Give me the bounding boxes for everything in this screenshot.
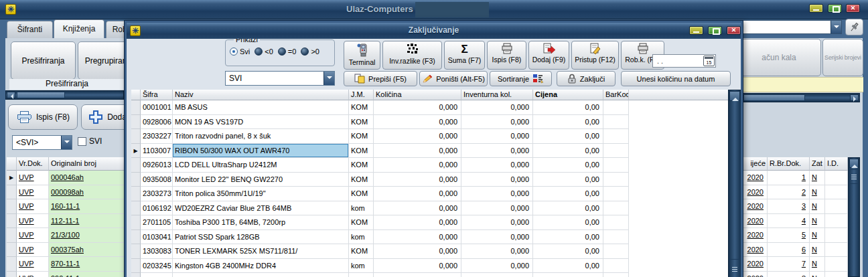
cell-cijena[interactable]: 0,00: [533, 158, 603, 173]
cell-inventurna[interactable]: 0,000: [461, 144, 533, 159]
row-marker[interactable]: ▶: [131, 144, 141, 159]
cell-inventurna[interactable]: 0,000: [461, 129, 533, 144]
sortiranje-button[interactable]: Sortiranje: [490, 71, 552, 86]
cell-rbrdok[interactable]: 5: [768, 228, 810, 243]
cell-naziv[interactable]: RIBON 50/300 WAX OUT AWR470: [173, 144, 349, 159]
cell-naziv[interactable]: Toshiba P300 1TB, 64MB, 7200rp: [173, 215, 349, 230]
inventory-table-scrollbar[interactable]: [728, 90, 741, 277]
cell-naziv[interactable]: Triton polica 350mm/1U/19": [173, 187, 349, 201]
cell-kolicina[interactable]: 0,000: [374, 144, 461, 159]
cell-vrdok[interactable]: UVP: [17, 257, 49, 272]
cell-jm[interactable]: KOM: [349, 215, 374, 230]
cell-zat[interactable]: N: [810, 214, 825, 229]
cell-barkod[interactable]: [603, 100, 629, 115]
cell-vrdok[interactable]: UVP: [17, 214, 49, 229]
row-marker[interactable]: [131, 158, 141, 173]
cell-inventurna[interactable]: 0,000: [461, 173, 533, 187]
cell-cijena[interactable]: 0,00: [533, 230, 603, 245]
radio-icon[interactable]: [301, 48, 309, 56]
cell-zat[interactable]: N: [810, 228, 825, 243]
row-marker[interactable]: [131, 173, 141, 187]
header-inventurna[interactable]: Inventurna kol.: [461, 90, 533, 100]
cell-barkod[interactable]: [603, 244, 629, 259]
cell-kolicina[interactable]: 0,000: [374, 129, 461, 144]
cell-naziv[interactable]: LCD DELL UltraSharp U2412M: [173, 158, 349, 173]
cell-barkod[interactable]: [603, 215, 629, 230]
cell-barkod[interactable]: [603, 230, 629, 245]
cell-barkod[interactable]: [603, 129, 629, 144]
cell-jm[interactable]: kom: [349, 259, 374, 274]
cell-jm[interactable]: KOM: [349, 144, 374, 159]
cell-kolicina[interactable]: 0,000: [374, 100, 461, 115]
scrollbar-thumb[interactable]: [743, 94, 805, 101]
cell-zat[interactable]: N: [810, 272, 825, 277]
cell-cijena[interactable]: 0,00: [533, 173, 603, 187]
cell-barkod[interactable]: [603, 259, 629, 274]
cell-sifra[interactable]: 0935008: [141, 173, 173, 187]
cell-originalni-broj[interactable]: 000046ah: [49, 171, 127, 185]
cell-inventurna[interactable]: 0,000: [461, 244, 533, 259]
scroll-right-arrow[interactable]: [850, 94, 859, 101]
cell-id[interactable]: [825, 257, 848, 272]
cell-sifra[interactable]: 2303273: [141, 187, 173, 201]
cell-barkod[interactable]: [603, 273, 629, 277]
cell-kolicina[interactable]: 0,000: [374, 259, 461, 274]
calendar-icon[interactable]: 15: [703, 56, 715, 66]
cell-rbrdok[interactable]: 7: [768, 257, 810, 272]
cell-naziv[interactable]: MON 19 AS VS197D: [173, 115, 349, 130]
cell-jm[interactable]: KOM: [349, 187, 374, 201]
cell-inventurna[interactable]: 0,000: [461, 259, 533, 274]
cell-originalni-broj[interactable]: 990-11-1: [49, 272, 127, 277]
cell-zat[interactable]: N: [810, 199, 825, 214]
cell-barkod[interactable]: [603, 187, 629, 201]
cell-sifra[interactable]: 1303083: [141, 244, 173, 259]
cell-cijena[interactable]: 0,00: [533, 129, 603, 144]
cell-kolicina[interactable]: 0,000: [374, 201, 461, 216]
header-id[interactable]: I.D.: [825, 157, 848, 171]
cell-inventurna[interactable]: 0,000: [461, 115, 533, 130]
cell-naziv[interactable]: Patriot SSD Spark 128GB: [173, 230, 349, 245]
pin-button[interactable]: [845, 19, 863, 35]
cell-godina[interactable]: 2020: [742, 185, 768, 200]
cell-jm[interactable]: KOM: [349, 115, 374, 130]
cell-kolicina[interactable]: 0,000: [374, 158, 461, 173]
radio-icon[interactable]: [255, 48, 263, 56]
cell-id[interactable]: [825, 228, 848, 243]
cell-id[interactable]: [825, 171, 848, 185]
cell-godina[interactable]: 2020: [742, 272, 768, 277]
scrollbar-thumb[interactable]: [17, 92, 65, 98]
cell-naziv[interactable]: Kingston 4GB 2400MHz DDR4: [173, 259, 349, 274]
cell-zat[interactable]: N: [810, 171, 825, 185]
row-marker[interactable]: [131, 100, 141, 115]
svi-combobox[interactable]: SVI: [225, 71, 335, 86]
tab-knjizenja[interactable]: Knjiženja: [54, 19, 104, 38]
cell-originalni-broj[interactable]: 112-11-1: [49, 214, 127, 229]
row-marker[interactable]: [131, 230, 141, 245]
row-marker[interactable]: [7, 214, 17, 229]
cell-cijena[interactable]: 0,00: [533, 144, 603, 159]
dodaj-f9-button[interactable]: Dodaj (F9): [528, 41, 569, 70]
cell-jm[interactable]: KOM: [349, 244, 374, 259]
cell-inventurna[interactable]: 0,000: [461, 158, 533, 173]
cell-godina[interactable]: 2020: [742, 214, 768, 229]
cell-sifra[interactable]: 0203245: [141, 259, 173, 274]
cell-vrdok[interactable]: UVP: [17, 228, 49, 243]
serijski-brojevi-button[interactable]: Serijski brojevi: [822, 39, 863, 76]
cell-naziv[interactable]: WD20EZRZ Caviar Blue 2TB 64MB: [173, 201, 349, 216]
cell-sifra[interactable]: 0106192: [141, 201, 173, 216]
radio-option-3[interactable]: >0: [301, 48, 319, 56]
radio-icon[interactable]: [278, 48, 286, 56]
chevron-down-icon[interactable]: [61, 136, 72, 149]
cell-naziv[interactable]: Intel Core i3 8100 3.6GHz 6MB: [173, 273, 349, 277]
chevron-down-icon[interactable]: [830, 21, 841, 33]
cell-cijena[interactable]: 0,00: [533, 115, 603, 130]
cell-vrdok[interactable]: UVP: [17, 272, 49, 277]
cell-naziv[interactable]: Triton razvodni panel, 8 x šuk: [173, 129, 349, 144]
row-marker[interactable]: [131, 187, 141, 201]
header-kolicina[interactable]: Količina: [374, 90, 461, 100]
cell-sifra[interactable]: 0928006: [141, 115, 173, 130]
row-marker[interactable]: [7, 243, 17, 258]
cell-originalni-broj[interactable]: 21/3/100: [49, 228, 127, 243]
cell-jm[interactable]: KOM: [349, 129, 374, 144]
scrollbar-thumb[interactable]: [849, 169, 859, 184]
